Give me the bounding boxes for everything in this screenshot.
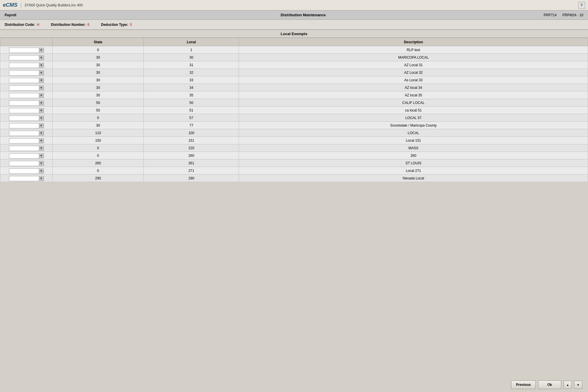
screen-code-1: PRP714 — [544, 13, 557, 17]
dropdown-arrow-icon[interactable]: ▼ — [39, 85, 44, 91]
table-row: ▼ 290290Nevada Local — [0, 175, 588, 182]
local-cell: 50 — [144, 99, 239, 107]
col-header-state: State — [53, 38, 144, 46]
state-cell: 30 — [53, 54, 144, 61]
header-row: Payroll Distribution Maintenance PRP714 … — [0, 10, 588, 20]
description-cell: MARICOPA LOCAL — [239, 54, 588, 61]
dropdown-arrow-icon[interactable]: ▼ — [39, 176, 44, 181]
select-dropdown[interactable]: ▼ — [9, 93, 44, 98]
select-cell: ▼ — [0, 159, 53, 167]
select-dropdown[interactable]: ▼ — [9, 70, 44, 75]
screen-codes: PRP714 PRPM24 - 10 — [544, 13, 583, 17]
distribution-code-group: Distribution Code: H — [5, 23, 39, 27]
description-cell: 260 — [239, 152, 588, 159]
dropdown-arrow-icon[interactable]: ▼ — [39, 153, 44, 159]
state-cell: 0 — [53, 46, 144, 54]
dropdown-arrow-icon[interactable]: ▼ — [39, 168, 44, 174]
dropdown-arrow-icon[interactable]: ▼ — [39, 70, 44, 75]
select-dropdown[interactable]: ▼ — [9, 78, 44, 83]
dropdown-arrow-icon[interactable]: ▼ — [39, 116, 44, 121]
distribution-number-value: 6 — [87, 23, 89, 27]
select-cell: ▼ — [0, 84, 53, 91]
description-cell: Scootsdale / Maricopa County — [239, 122, 588, 129]
col-header-select — [0, 38, 53, 46]
select-dropdown[interactable]: ▼ — [9, 48, 44, 53]
scroll-up-button[interactable]: ▲ — [564, 381, 572, 389]
help-button[interactable]: ? — [578, 2, 585, 9]
select-dropdown[interactable]: ▼ — [9, 108, 44, 113]
data-table: State Local Description ▼ 01RLP test ▼ 3… — [0, 38, 588, 182]
dropdown-arrow-icon[interactable]: ▼ — [39, 93, 44, 98]
divider: | — [20, 3, 21, 8]
dropdown-arrow-icon[interactable]: ▼ — [39, 108, 44, 113]
dropdown-arrow-icon[interactable]: ▼ — [39, 55, 44, 60]
deduction-type-label: Deduction Type: — [101, 23, 128, 27]
local-cell: 35 — [144, 91, 239, 99]
select-cell: ▼ — [0, 61, 53, 69]
select-dropdown[interactable]: ▼ — [9, 116, 44, 121]
select-dropdown[interactable]: ▼ — [9, 161, 44, 166]
distribution-code-value: H — [37, 23, 39, 27]
deduction-type-value: 0 — [130, 23, 132, 27]
previous-button[interactable]: Previous — [511, 380, 536, 389]
local-cell: 151 — [144, 137, 239, 144]
distribution-number-label: Distribution Number: — [51, 23, 86, 27]
table-row: ▼ 0271Local 271 — [0, 167, 588, 175]
state-cell: 30 — [53, 76, 144, 84]
table-row: ▼ 057LOCAL 57 — [0, 114, 588, 122]
dropdown-arrow-icon[interactable]: ▼ — [39, 78, 44, 83]
table-row: ▼ 01RLP test — [0, 46, 588, 54]
state-cell: 30 — [53, 61, 144, 69]
select-dropdown[interactable]: ▼ — [9, 131, 44, 136]
dropdown-arrow-icon[interactable]: ▼ — [39, 146, 44, 151]
table-row: ▼ 3032AZ Local 32 — [0, 69, 588, 76]
table-row: ▼ 110100LOCAL — [0, 129, 588, 137]
description-cell: RLP test — [239, 46, 588, 54]
select-dropdown[interactable]: ▼ — [9, 153, 44, 159]
local-cell: 33 — [144, 76, 239, 84]
dropdown-arrow-icon[interactable]: ▼ — [39, 123, 44, 128]
dropdown-arrow-icon[interactable]: ▼ — [39, 48, 44, 53]
select-dropdown[interactable]: ▼ — [9, 100, 44, 106]
select-cell: ▼ — [0, 122, 53, 129]
dropdown-arrow-icon[interactable]: ▼ — [39, 63, 44, 68]
state-cell: 110 — [53, 129, 144, 137]
bottom-area: Previous Ok ▲ ▼ — [0, 377, 588, 392]
select-cell: ▼ — [0, 76, 53, 84]
state-cell: 0 — [53, 167, 144, 175]
select-dropdown[interactable]: ▼ — [9, 85, 44, 91]
state-cell: 30 — [53, 69, 144, 76]
select-dropdown[interactable]: ▼ — [9, 168, 44, 174]
distribution-number-group: Distribution Number: 6 — [51, 23, 89, 27]
dropdown-arrow-icon[interactable]: ▼ — [39, 100, 44, 106]
select-dropdown[interactable]: ▼ — [9, 63, 44, 68]
local-cell: 100 — [144, 129, 239, 137]
select-dropdown[interactable]: ▼ — [9, 138, 44, 143]
table-row: ▼ 3031AZ Local 31 — [0, 61, 588, 69]
distribution-code-label: Distribution Code: — [5, 23, 35, 27]
ok-button[interactable]: Ok — [538, 380, 561, 389]
select-cell: ▼ — [0, 54, 53, 61]
select-cell: ▼ — [0, 107, 53, 114]
select-cell: ▼ — [0, 69, 53, 76]
select-dropdown[interactable]: ▼ — [9, 123, 44, 128]
table-row: ▼ 3035AZ local 35 — [0, 91, 588, 99]
scroll-down-button[interactable]: ▼ — [574, 381, 582, 389]
local-cell: 290 — [144, 175, 239, 182]
state-cell: 50 — [53, 99, 144, 107]
local-cell: 30 — [144, 54, 239, 61]
description-cell: CALIF LOCAL — [239, 99, 588, 107]
state-cell: 0 — [53, 144, 144, 152]
select-dropdown[interactable]: ▼ — [9, 55, 44, 60]
top-bar: eCMS | 37/000 Quick Quality Builders,Inc… — [0, 0, 588, 10]
state-cell: 30 — [53, 91, 144, 99]
select-dropdown[interactable]: ▼ — [9, 176, 44, 181]
dropdown-arrow-icon[interactable]: ▼ — [39, 131, 44, 136]
section-title: Local Exempts — [281, 32, 308, 36]
description-cell: As Local 33 — [239, 76, 588, 84]
select-cell: ▼ — [0, 99, 53, 107]
select-dropdown[interactable]: ▼ — [9, 146, 44, 151]
dropdown-arrow-icon[interactable]: ▼ — [39, 161, 44, 166]
dropdown-arrow-icon[interactable]: ▼ — [39, 138, 44, 143]
table-row: ▼ 0220MASS — [0, 144, 588, 152]
